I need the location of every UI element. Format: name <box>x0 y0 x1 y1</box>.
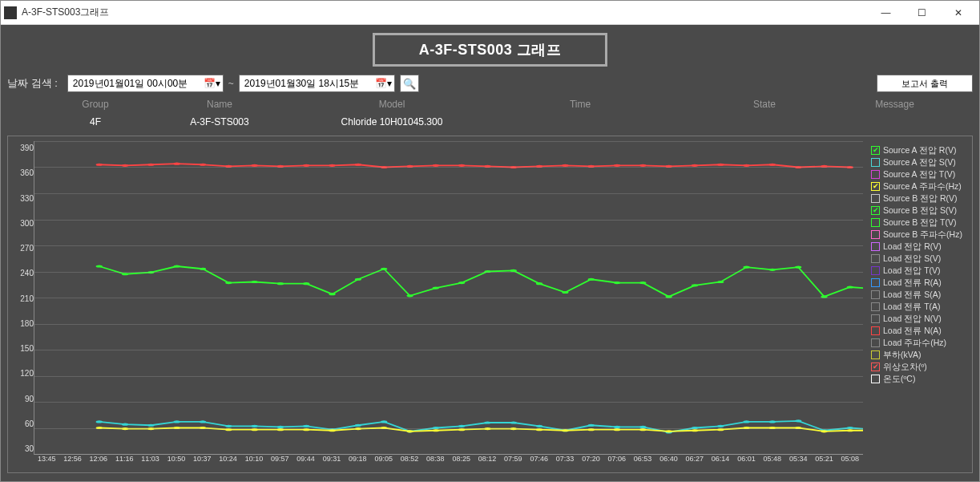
legend-label: 위상오차(º) <box>883 362 927 373</box>
legend-checkbox[interactable] <box>871 375 880 383</box>
legend-item[interactable]: 부하(kVA) <box>871 349 967 361</box>
x-tick: 05:48 <box>760 455 785 469</box>
col-model: Model <box>296 99 488 110</box>
svg-point-101 <box>329 429 335 431</box>
x-tick: 08:52 <box>397 455 422 469</box>
legend-item[interactable]: 온도(ºC) <box>871 373 967 385</box>
svg-point-3 <box>174 163 180 165</box>
col-time: Time <box>488 99 672 110</box>
legend-item[interactable]: Load 전류 T(A) <box>871 301 967 313</box>
legend-checkbox[interactable] <box>871 266 880 275</box>
x-tick: 06:01 <box>733 455 759 469</box>
legend-item[interactable]: Load 전류 R(A) <box>871 277 967 289</box>
legend-item[interactable]: Load 전압 R(V) <box>871 241 967 253</box>
svg-point-85 <box>717 425 724 427</box>
legend-item[interactable]: Load 전압 S(V) <box>871 253 967 265</box>
legend-checkbox[interactable]: ✔ <box>871 206 880 215</box>
maximize-button[interactable]: ☐ <box>904 2 940 24</box>
svg-point-105 <box>433 429 439 431</box>
svg-point-120 <box>821 430 827 432</box>
x-tick: 06:27 <box>682 455 708 469</box>
legend-checkbox[interactable] <box>871 338 880 347</box>
search-button[interactable]: 🔍 <box>400 75 419 92</box>
legend-item[interactable]: Source B 전압 T(V) <box>871 217 967 229</box>
legend-item[interactable]: Load 주파수(Hz) <box>871 337 967 349</box>
search-icon: 🔍 <box>403 78 416 90</box>
legend-item[interactable]: Source B 주파수(Hz) <box>871 229 967 241</box>
legend-item[interactable]: ✔Source B 전압 S(V) <box>871 205 967 217</box>
svg-point-110 <box>562 429 568 431</box>
chart-container: 390360330300270240210180150120906030 13:… <box>7 136 973 473</box>
svg-point-99 <box>277 428 284 431</box>
legend-item[interactable]: ✔Source A 주파수(Hz) <box>871 180 967 192</box>
svg-point-4 <box>200 164 206 166</box>
legend-item[interactable]: ✔Source A 전압 R(V) <box>871 144 967 156</box>
legend-checkbox[interactable] <box>871 230 880 239</box>
date-from-input[interactable]: 2019년01월01일 00시00분 📅▾ <box>67 75 224 92</box>
report-button[interactable]: 보고서 출력 <box>877 75 973 92</box>
x-tick: 07:46 <box>526 455 552 469</box>
svg-point-112 <box>614 428 620 431</box>
x-tick: 06:40 <box>655 455 681 469</box>
svg-point-35 <box>225 282 232 284</box>
legend-checkbox[interactable]: ✔ <box>871 146 880 155</box>
svg-point-31 <box>122 273 128 275</box>
legend-item[interactable]: Source A 전압 T(V) <box>871 168 967 180</box>
legend-item[interactable]: Load 전압 N(V) <box>871 313 967 325</box>
x-tick: 05:21 <box>811 455 837 469</box>
svg-point-20 <box>614 164 620 167</box>
legend-checkbox[interactable]: ✔ <box>871 363 880 371</box>
legend-label: Source A 주파수(Hz) <box>883 181 962 192</box>
svg-point-57 <box>795 266 801 269</box>
legend-item[interactable]: ✔위상오차(º) <box>871 361 967 373</box>
date-to-input[interactable]: 2019년01월30일 18시15분 📅▾ <box>239 75 395 92</box>
calendar-icon[interactable]: 📅▾ <box>204 78 221 89</box>
legend-item[interactable]: Source B 전압 R(V) <box>871 192 967 205</box>
legend-item[interactable]: Source A 전압 S(V) <box>871 156 967 168</box>
legend-checkbox[interactable] <box>871 302 880 311</box>
legend-checkbox[interactable] <box>871 194 880 203</box>
svg-point-37 <box>277 282 284 285</box>
legend-label: 부하(kVA) <box>883 350 921 361</box>
col-state: State <box>672 99 857 110</box>
legend-item[interactable]: Load 전류 N(A) <box>871 325 967 337</box>
legend-checkbox[interactable] <box>871 278 880 287</box>
legend-item[interactable]: Load 전류 S(A) <box>871 289 967 301</box>
tilde: ~ <box>228 78 234 89</box>
svg-point-36 <box>252 281 258 283</box>
legend-label: Load 주파수(Hz) <box>883 338 946 349</box>
x-tick: 05:34 <box>785 455 811 469</box>
content: A-3F-STS003 그래프 날짜 검색 : 2019년01월01일 00시0… <box>1 25 979 481</box>
close-button[interactable]: ✕ <box>940 2 976 24</box>
x-tick: 10:37 <box>189 455 215 469</box>
legend-checkbox[interactable] <box>871 314 880 323</box>
legend-checkbox[interactable] <box>871 218 880 227</box>
search-label: 날짜 검색 : <box>7 76 58 91</box>
legend-checkbox[interactable] <box>871 158 880 167</box>
svg-point-111 <box>588 428 595 431</box>
svg-point-113 <box>639 428 646 431</box>
legend-checkbox[interactable]: ✔ <box>871 182 880 191</box>
svg-point-26 <box>769 164 776 166</box>
minimize-button[interactable]: — <box>868 2 904 24</box>
svg-point-54 <box>717 281 724 283</box>
calendar-icon[interactable]: 📅▾ <box>375 78 393 89</box>
y-tick: 30 <box>11 444 34 453</box>
legend-checkbox[interactable] <box>871 254 880 263</box>
legend-checkbox[interactable] <box>871 242 880 251</box>
svg-point-2 <box>147 164 154 166</box>
y-tick: 90 <box>11 395 34 403</box>
y-tick: 390 <box>11 144 34 152</box>
x-tick: 07:20 <box>578 455 603 469</box>
legend-item[interactable]: Load 전압 T(V) <box>871 265 967 277</box>
legend-checkbox[interactable] <box>871 170 880 179</box>
svg-point-50 <box>614 282 620 284</box>
y-axis: 390360330300270240210180150120906030 <box>11 141 34 469</box>
legend-checkbox[interactable] <box>871 350 880 359</box>
svg-point-47 <box>536 282 542 285</box>
legend-checkbox[interactable] <box>871 290 880 299</box>
legend-checkbox[interactable] <box>871 326 880 335</box>
svg-point-21 <box>639 164 646 167</box>
legend: ✔Source A 전압 R(V)Source A 전압 S(V)Source … <box>866 141 969 469</box>
x-tick: 06:53 <box>630 455 655 469</box>
